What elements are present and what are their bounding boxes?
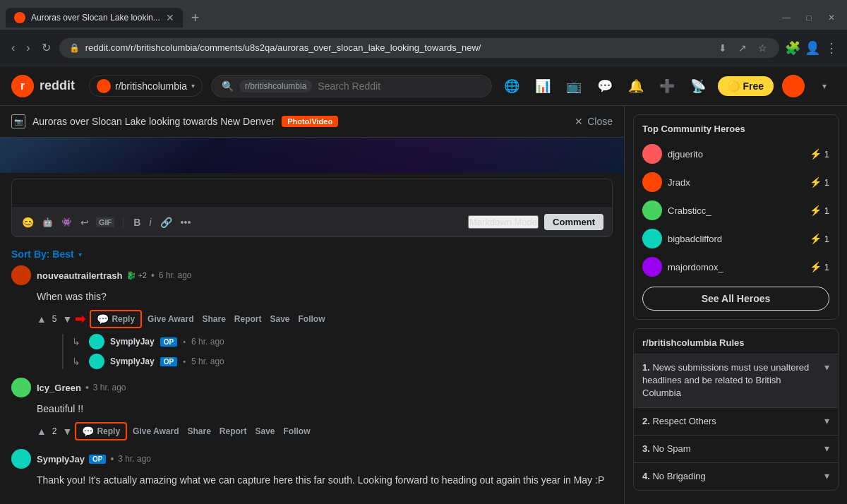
hero-5-name[interactable]: majordomox_ xyxy=(668,262,723,272)
more-toolbar-icon[interactable]: ••• xyxy=(179,215,193,229)
user-chevron-icon[interactable]: ▾ xyxy=(813,75,836,97)
see-all-heroes-button[interactable]: See All Heroes xyxy=(642,287,829,311)
hero-2-name[interactable]: Jradx xyxy=(668,177,690,188)
user-avatar[interactable] xyxy=(782,75,805,97)
emoji-icon[interactable]: 😊 xyxy=(20,215,35,229)
hero-3-name[interactable]: Crabsticc_ xyxy=(668,205,711,216)
undo-icon[interactable]: ↩ xyxy=(79,215,90,229)
bold-icon[interactable]: B xyxy=(132,215,142,229)
sort-by-label[interactable]: Sort By: Best xyxy=(11,248,74,260)
profile-icon[interactable]: 👤 xyxy=(805,40,819,56)
markdown-mode-button[interactable]: Markdown Mode xyxy=(468,215,539,229)
alien-icon[interactable]: 👾 xyxy=(60,216,73,229)
comment-1-actions: ▲ 5 ▼ ➡ 💬 Reply Give Award Share Repor xyxy=(37,310,613,328)
sort-arrow-icon[interactable]: ▾ xyxy=(78,251,82,258)
comment-1-body: When was this? ▲ 5 ▼ ➡ 💬 Reply Give Awa xyxy=(37,289,613,369)
free-button[interactable]: 🟡 Free xyxy=(718,76,774,96)
search-icon: 🔍 xyxy=(222,80,234,92)
address-bar[interactable]: 🔒 reddit.com/r/britishcolumbia/comments/… xyxy=(59,38,779,58)
broadcast-icon[interactable]: 📡 xyxy=(687,75,709,97)
bell-icon[interactable]: 🔔 xyxy=(625,75,647,97)
hero-4-name[interactable]: bigbadclifford xyxy=(668,234,722,244)
search-box[interactable]: 🔍 r/britishcolumbia xyxy=(211,75,492,97)
maximize-button[interactable]: □ xyxy=(799,8,819,28)
reply-1-time: 6 hr. ago xyxy=(191,337,224,347)
plus-icon[interactable]: ➕ xyxy=(656,75,678,97)
comment-2-give-award[interactable]: Give Award xyxy=(130,424,181,438)
comment-1-username[interactable]: nouveautrailertrash xyxy=(37,270,122,281)
comment-1-meta: nouveautrailertrash 🐉 +2 • 6 hr. ago xyxy=(37,270,192,281)
rule-item-4[interactable]: 4. No Brigading ▾ xyxy=(634,462,838,490)
hero-1-score-value: 1 xyxy=(824,149,829,160)
italic-icon[interactable]: i xyxy=(148,215,152,229)
active-tab[interactable]: Auroras over Slocan Lake lookin... ✕ xyxy=(6,8,183,28)
comment-2-header: Icy_Green • 3 hr. ago xyxy=(11,378,613,397)
rule-item-1[interactable]: 1. News submissions must use unaltered h… xyxy=(634,354,838,407)
comment-1-save[interactable]: Save xyxy=(268,312,293,326)
comment-1-follow[interactable]: Follow xyxy=(296,312,328,326)
flair-text: +2 xyxy=(138,271,147,280)
comment-2-text: Beautiful !! xyxy=(37,402,613,416)
reload-button[interactable]: ↻ xyxy=(39,38,54,57)
star-icon[interactable]: ☆ xyxy=(755,42,769,54)
reply-2-avatar xyxy=(89,354,104,369)
hero-item-3: Crabsticc_ ⚡ 1 xyxy=(634,196,838,224)
main-content: 📷 Auroras over Slocan Lake looking towar… xyxy=(0,106,847,504)
link-icon[interactable]: 🔗 xyxy=(159,215,174,229)
reply-bubble-icon-2: 💬 xyxy=(82,426,94,437)
comment-2-follow[interactable]: Follow xyxy=(281,424,313,438)
comment-1-vote-count: 5 xyxy=(49,314,60,324)
reply-2-username[interactable]: SymplyJay xyxy=(110,356,155,366)
back-button[interactable]: ‹ xyxy=(8,39,18,57)
reply-1-username[interactable]: SymplyJay xyxy=(110,337,155,347)
hero-item-5: majordomox_ ⚡ 1 xyxy=(634,253,838,281)
subreddit-selector[interactable]: r/britishcolumbia ▾ xyxy=(89,76,203,97)
forward-button[interactable]: › xyxy=(23,39,32,57)
hero-5-left: majordomox_ xyxy=(642,257,723,277)
rule-item-3[interactable]: 3. No Spam ▾ xyxy=(634,435,838,462)
comment-2-upvote-icon[interactable]: ▲ xyxy=(37,426,47,437)
close-post-button[interactable]: ✕ Close xyxy=(575,116,613,127)
reddit-icon-toolbar[interactable]: 🤖 xyxy=(41,216,54,229)
comment-2-reply-button[interactable]: 💬 Reply xyxy=(75,422,127,440)
share-addr-icon[interactable]: ↗ xyxy=(735,42,750,54)
comment-2-report[interactable]: Report xyxy=(217,424,250,438)
comment-2-share[interactable]: Share xyxy=(184,424,213,438)
comment-3-separator: • xyxy=(110,453,114,464)
reddit-wordmark: reddit xyxy=(40,78,75,93)
reddit-logo[interactable]: r reddit xyxy=(11,75,75,97)
hero-1-name[interactable]: djguerito xyxy=(668,149,703,160)
comment-1-give-award[interactable]: Give Award xyxy=(145,312,196,326)
comment-1-downvote-icon[interactable]: ▼ xyxy=(63,313,73,325)
new-tab-button[interactable]: + xyxy=(186,8,205,28)
comment-2-downvote-icon[interactable]: ▼ xyxy=(63,426,73,437)
extensions-icon[interactable]: 🧩 xyxy=(785,40,799,56)
comment-3-header: SymplyJay OP • 3 hr. ago xyxy=(11,449,613,469)
comment-1-reply-button[interactable]: 💬 Reply xyxy=(90,310,142,328)
right-sidebar: Top Community Heroes djguerito ⚡ 1 Jradx xyxy=(624,106,847,504)
tab-close-icon[interactable]: ✕ xyxy=(166,12,174,23)
comment-2-save[interactable]: Save xyxy=(253,424,278,438)
comment-1-report[interactable]: Report xyxy=(232,312,265,326)
download-icon[interactable]: ⬇ xyxy=(716,42,730,54)
comment-1-share[interactable]: Share xyxy=(199,312,228,326)
hero-4-score: ⚡ 1 xyxy=(810,233,829,244)
comment-3-username[interactable]: SymplyJay xyxy=(37,454,85,464)
comment-2-username[interactable]: Icy_Green xyxy=(37,383,81,393)
comment-1-upvote-icon[interactable]: ▲ xyxy=(37,313,47,325)
gif-icon[interactable]: GIF xyxy=(96,217,114,227)
minimize-button[interactable]: — xyxy=(776,8,796,28)
search-input[interactable] xyxy=(318,80,481,92)
chart-icon[interactable]: 📊 xyxy=(531,75,554,97)
rule-4-text: 4. No Brigading xyxy=(642,470,819,483)
menu-icon[interactable]: ⋮ xyxy=(824,40,839,56)
chat-icon[interactable]: 💬 xyxy=(594,75,616,97)
close-window-button[interactable]: ✕ xyxy=(822,8,841,28)
globe-icon[interactable]: 🌐 xyxy=(500,75,523,97)
post-title-area: 📷 Auroras over Slocan Lake looking towar… xyxy=(11,114,338,128)
comment-submit-button[interactable]: Comment xyxy=(544,214,603,230)
addr-action-icons: ⬇ ↗ ☆ xyxy=(716,42,769,54)
rule-item-2[interactable]: 2. Respect Others ▾ xyxy=(634,407,838,435)
video-icon[interactable]: 📺 xyxy=(563,75,585,97)
editor-content-area[interactable] xyxy=(12,179,612,208)
